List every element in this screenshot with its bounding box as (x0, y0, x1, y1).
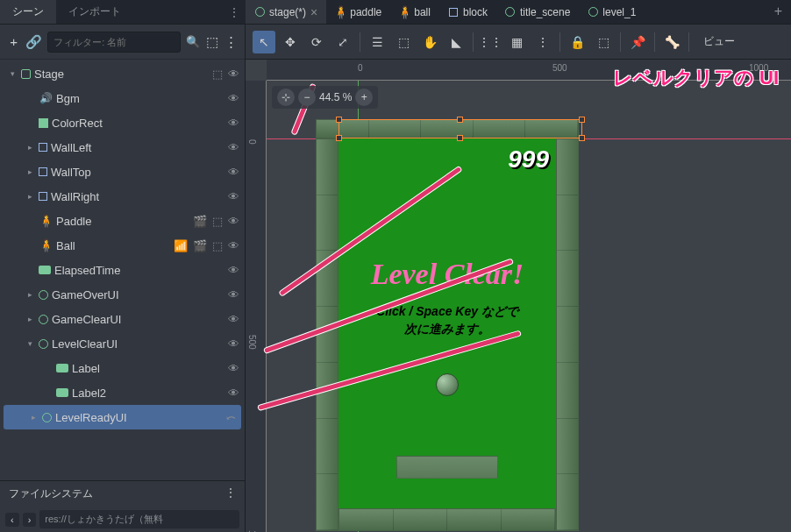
filesystem-title: ファイルシステム (9, 486, 93, 501)
score-label: 999 (508, 145, 549, 174)
eye-icon[interactable]: 👁 (228, 387, 239, 400)
body-icon (448, 7, 459, 18)
editor-tab[interactable]: title_scene (496, 0, 579, 24)
char-icon: 🧍 (335, 7, 346, 18)
char-icon: 🧍 (399, 7, 410, 18)
eye-icon[interactable]: 👁 (228, 264, 239, 277)
tree-node[interactable]: Label2👁 (0, 380, 245, 405)
restore-icon[interactable]: ⤺ (226, 411, 236, 424)
eye-icon[interactable]: 👁 (228, 337, 239, 351)
tree-node[interactable]: ▸GameOverUI👁 (0, 282, 245, 307)
search-icon[interactable]: 🔍 (186, 32, 200, 52)
path-next-button[interactable]: › (23, 513, 37, 527)
path-prev-button[interactable]: ‹ (5, 513, 19, 527)
game-scene-preview[interactable]: 999 Level Clear! Click / Space Key などで次に… (316, 119, 579, 531)
selection-box (338, 119, 582, 138)
expand-arrow[interactable]: ▸ (25, 315, 35, 323)
filter-input[interactable] (47, 32, 181, 53)
tree-node[interactable]: ▸WallLeft👁 (0, 135, 245, 160)
grid-tool[interactable]: ▦ (505, 31, 528, 53)
tab-import[interactable]: インポート (56, 0, 133, 24)
tree-node[interactable]: ▸WallTop👁 (0, 160, 245, 184)
tree-node[interactable]: ▸GameClearUI👁 (0, 307, 245, 331)
paddle-sprite (396, 456, 498, 479)
script-icon[interactable]: ⬚ (212, 67, 223, 81)
tree-node[interactable]: ▾Stage⬚👁 (0, 61, 245, 86)
tree-node[interactable]: ElapsedTime👁 (0, 258, 245, 282)
rotate-tool[interactable]: ⟳ (305, 31, 328, 53)
tree-node[interactable]: 🧍Paddle🎬⬚👁 (0, 209, 245, 233)
tree-node[interactable]: ColorRect👁 (0, 110, 245, 135)
tree-node[interactable]: 🔊Bgm👁 (0, 86, 245, 110)
eye-icon[interactable]: 👁 (228, 288, 239, 301)
pin-tool[interactable]: 📌 (626, 31, 649, 53)
zoom-out-button[interactable]: − (298, 89, 316, 106)
move-tool[interactable]: ✥ (279, 31, 302, 53)
select-tool[interactable]: ↖ (253, 31, 275, 53)
ball-sprite (436, 373, 459, 396)
ruler-tool[interactable]: ◣ (445, 31, 467, 53)
path-box[interactable]: res://しょかきうたげ（無料 (39, 510, 239, 528)
snap-tool[interactable]: ⋮⋮ (479, 31, 502, 53)
ruler-vertical: 0 500 1000 (246, 81, 267, 532)
eye-icon[interactable]: 👁 (228, 239, 239, 252)
list-tool[interactable]: ☰ (366, 31, 388, 53)
lock-tool[interactable]: 🔒 (566, 31, 588, 53)
zoom-center-button[interactable]: ⊹ (277, 89, 295, 106)
panel-menu-icon[interactable]: ⋮ (223, 0, 246, 24)
editor-tab[interactable]: 🧍paddle (326, 0, 390, 24)
expand-arrow[interactable]: ▸ (28, 413, 39, 422)
tree-node[interactable]: Label👁 (0, 356, 245, 380)
tree-node[interactable]: 🧍Ball📶🎬⬚👁 (0, 233, 245, 258)
eye-icon[interactable]: 👁 (228, 67, 239, 81)
overlay-annotation: レベルクリアの UI (613, 65, 779, 91)
view-button[interactable]: ビュー (695, 31, 744, 53)
script-icon[interactable]: ⬚ (212, 239, 223, 252)
eye-icon[interactable]: 👁 (228, 362, 239, 375)
link-button[interactable]: 🔗 (25, 32, 42, 52)
add-node-button[interactable]: + (7, 32, 20, 52)
tree-node[interactable]: ▾LevelClearUI👁 (0, 331, 245, 356)
filesystem-menu-icon[interactable]: ⋮ (225, 486, 236, 501)
eye-icon[interactable]: 👁 (228, 166, 239, 179)
close-icon[interactable]: × (310, 5, 317, 19)
level-message-label: Click / Space Key などで次に進みます。 (333, 303, 561, 337)
node-icon (588, 7, 598, 18)
more-tool[interactable]: ⋮ (531, 31, 554, 53)
expand-arrow[interactable]: ▸ (25, 192, 35, 201)
signal-icon[interactable]: 📶 (174, 239, 188, 252)
eye-icon[interactable]: 👁 (228, 92, 239, 105)
expand-arrow[interactable]: ▾ (25, 339, 35, 348)
editor-tab[interactable]: level_1 (579, 0, 645, 24)
eye-icon[interactable]: 👁 (228, 215, 239, 228)
tab-scene[interactable]: シーン (0, 0, 56, 24)
editor-tab[interactable]: stage(*)× (246, 0, 326, 24)
pan-tool[interactable]: ✋ (418, 31, 441, 53)
script-icon[interactable]: ⬚ (212, 215, 223, 228)
tool-a[interactable]: ⬚ (392, 31, 415, 53)
tool-icon[interactable]: ⬚ (205, 32, 218, 52)
bone-tool[interactable]: 🦴 (660, 31, 683, 53)
tree-node[interactable]: ▸WallRight👁 (0, 184, 245, 209)
eye-icon[interactable]: 👁 (228, 313, 239, 326)
expand-arrow[interactable]: ▸ (25, 143, 35, 152)
scale-tool[interactable]: ⤢ (331, 31, 354, 53)
group-tool[interactable]: ⬚ (592, 31, 615, 53)
toolbar-menu-icon[interactable]: ⋮ (224, 32, 238, 52)
eye-icon[interactable]: 👁 (228, 117, 239, 130)
eye-icon[interactable]: 👁 (228, 141, 239, 154)
tree-node[interactable]: ▸LevelReadyUI⤺ (4, 405, 241, 429)
add-tab-button[interactable]: + (766, 0, 791, 24)
zoom-in-button[interactable]: + (355, 89, 373, 106)
expand-arrow[interactable]: ▸ (25, 167, 35, 176)
node-icon (254, 7, 265, 18)
expand-arrow[interactable]: ▾ (7, 69, 18, 78)
expand-arrow[interactable]: ▸ (25, 290, 35, 299)
editor-tab[interactable]: block (439, 0, 496, 24)
zoom-level: 44.5 % (319, 91, 352, 103)
scene-icon[interactable]: 🎬 (193, 215, 207, 228)
eye-icon[interactable]: 👁 (228, 190, 239, 203)
editor-tab[interactable]: 🧍ball (390, 0, 439, 24)
scene-icon[interactable]: 🎬 (193, 239, 207, 252)
node-icon (505, 7, 516, 18)
